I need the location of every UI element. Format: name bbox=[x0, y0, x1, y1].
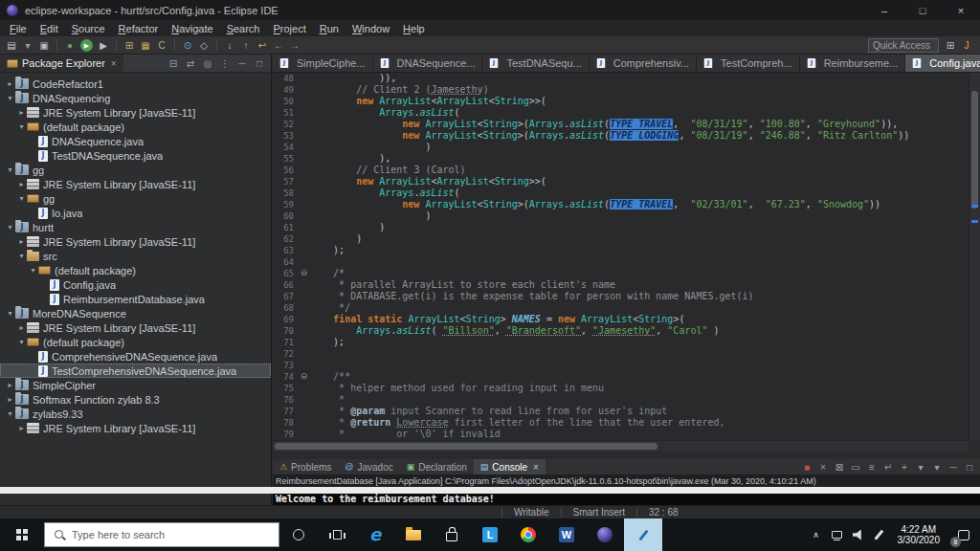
new-wizard-icon[interactable]: ▤ bbox=[4, 38, 19, 53]
tree-item[interactable]: ▸CodeRefactor1 bbox=[0, 77, 271, 91]
collapse-arrow-icon[interactable]: ▾ bbox=[28, 266, 38, 275]
tree-item[interactable]: Io.java bbox=[0, 206, 271, 220]
tree-item[interactable]: ▸Softmax Function zylab 8.3 bbox=[0, 392, 271, 407]
tree-item[interactable]: ▸JRE System Library [JavaSE-11] bbox=[0, 421, 271, 435]
edge-button[interactable]: e bbox=[356, 518, 394, 551]
network-button[interactable] bbox=[827, 531, 848, 539]
previous-annotation-icon[interactable]: ↑ bbox=[238, 38, 254, 53]
next-annotation-icon[interactable]: ↓ bbox=[222, 38, 237, 53]
debug-icon[interactable]: ● bbox=[62, 38, 78, 53]
terminate-icon[interactable]: ■ bbox=[799, 460, 814, 474]
tree-item[interactable]: ReimbursementDatabase.java bbox=[0, 292, 271, 306]
tab-javadoc[interactable]: @Javadoc bbox=[338, 459, 399, 474]
taskbar-clock[interactable]: 4:22 AM 3/30/2020 bbox=[890, 524, 948, 545]
expand-arrow-icon[interactable]: ▸ bbox=[16, 180, 27, 188]
menu-window[interactable]: Window bbox=[345, 23, 396, 34]
editor-tab-testcompreh-[interactable]: TestCompreh... bbox=[697, 55, 800, 72]
maximize-panel-icon[interactable]: □ bbox=[962, 460, 977, 474]
file-explorer-button[interactable] bbox=[394, 518, 433, 551]
link-with-editor-icon[interactable]: ⇄ bbox=[183, 56, 198, 71]
expand-arrow-icon[interactable]: ▸ bbox=[5, 381, 15, 389]
tab-console[interactable]: ▤Console× bbox=[474, 459, 546, 474]
editor-tab-config-java[interactable]: Config.java× bbox=[905, 55, 980, 72]
tree-item[interactable]: ▾(default package) bbox=[0, 263, 271, 277]
expand-arrow-icon[interactable]: ▸ bbox=[16, 424, 27, 432]
editor-tab-testdnasequ-[interactable]: TestDNASequ... bbox=[482, 55, 589, 72]
search-icon[interactable]: ⊙ bbox=[180, 38, 195, 53]
tree-item[interactable]: ▾DNASequencing bbox=[0, 91, 271, 105]
tree-item[interactable]: ▸SimpleCipher bbox=[0, 378, 271, 392]
start-button[interactable] bbox=[0, 518, 44, 551]
tree-item[interactable]: ▸JRE System Library [JavaSE-11] bbox=[0, 234, 271, 249]
maximize-view-icon[interactable]: □ bbox=[252, 56, 267, 71]
tree-item[interactable]: ▾(default package) bbox=[0, 335, 271, 349]
java-perspective-icon[interactable]: J bbox=[959, 38, 974, 53]
display-console-icon[interactable]: ▾ bbox=[913, 460, 928, 474]
open-console-icon[interactable]: ▾ bbox=[929, 460, 945, 474]
fold-marker-icon[interactable]: ⊖ bbox=[298, 268, 310, 279]
expand-arrow-icon[interactable]: ▸ bbox=[5, 79, 15, 88]
tab-declaration[interactable]: ▣Declaration bbox=[400, 459, 474, 474]
expand-arrow-icon[interactable]: ▸ bbox=[5, 395, 15, 404]
clear-console-icon[interactable]: ▭ bbox=[848, 460, 863, 474]
console-output[interactable]: Welcome to the reimbursement database! bbox=[273, 494, 980, 505]
collapse-arrow-icon[interactable]: ▾ bbox=[16, 194, 27, 203]
scroll-lock-icon[interactable]: ≡ bbox=[864, 460, 880, 474]
editor-tab-comprehensiv-[interactable]: Comprehensiv... bbox=[590, 55, 697, 72]
menu-run[interactable]: Run bbox=[313, 23, 345, 34]
tab-problems[interactable]: ⚠Problems bbox=[273, 459, 338, 474]
menu-help[interactable]: Help bbox=[396, 23, 432, 34]
expand-arrow-icon[interactable]: ▸ bbox=[16, 237, 27, 246]
open-perspective-icon[interactable]: ⊞ bbox=[943, 38, 958, 53]
tree-item[interactable]: ▾gg bbox=[0, 191, 271, 206]
task-view-button[interactable] bbox=[318, 518, 356, 551]
tree-item[interactable]: ▾(default package) bbox=[0, 120, 271, 134]
menu-edit[interactable]: Edit bbox=[33, 23, 65, 34]
vscroll-thumb[interactable] bbox=[971, 91, 978, 209]
open-type-icon[interactable]: ◇ bbox=[196, 38, 212, 53]
chrome-button[interactable] bbox=[509, 518, 547, 551]
menu-navigate[interactable]: Navigate bbox=[165, 23, 219, 34]
editor-hscrollbar[interactable] bbox=[273, 440, 969, 452]
close-button[interactable]: × bbox=[942, 0, 980, 20]
editor-tab-dnasequence-[interactable]: DNASequence... bbox=[373, 55, 483, 72]
forward-icon[interactable]: → bbox=[287, 38, 302, 53]
expand-arrow-icon[interactable]: ▸ bbox=[16, 108, 27, 117]
action-center-button[interactable]: 8 bbox=[947, 518, 980, 551]
collapse-arrow-icon[interactable]: ▾ bbox=[5, 409, 15, 418]
menu-refactor[interactable]: Refactor bbox=[112, 23, 166, 34]
new-package-icon[interactable]: ▦ bbox=[138, 38, 153, 53]
app-l-button[interactable]: L bbox=[471, 518, 509, 551]
save-icon[interactable]: ▣ bbox=[36, 38, 52, 53]
remove-launch-icon[interactable]: × bbox=[815, 460, 831, 474]
remove-all-launches-icon[interactable]: ⊠ bbox=[832, 460, 847, 474]
word-wrap-icon[interactable]: ↵ bbox=[880, 460, 896, 474]
editor-tab-simpleciphe-[interactable]: SimpleCiphe... bbox=[273, 55, 373, 72]
tree-item[interactable]: ▸JRE System Library [JavaSE-11] bbox=[0, 105, 271, 120]
collapse-arrow-icon[interactable]: ▾ bbox=[5, 309, 15, 318]
collapse-arrow-icon[interactable]: ▾ bbox=[5, 165, 15, 174]
quick-access-input[interactable] bbox=[868, 38, 939, 53]
eclipse-app-button[interactable] bbox=[586, 518, 624, 551]
new-java-project-icon[interactable]: ⊞ bbox=[122, 38, 137, 53]
collapse-arrow-icon[interactable]: ▾ bbox=[5, 223, 15, 231]
back-icon[interactable]: ← bbox=[271, 38, 286, 53]
menu-source[interactable]: Source bbox=[65, 23, 112, 34]
minimize-button[interactable]: – bbox=[865, 0, 903, 20]
tree-item[interactable]: TestComprehensiveDNASequence.java bbox=[0, 364, 271, 378]
focus-icon[interactable]: ◎ bbox=[200, 56, 215, 71]
view-menu-icon[interactable]: ⋮ bbox=[217, 56, 233, 71]
tree-item[interactable]: ▾hurtt bbox=[0, 220, 271, 234]
tree-item[interactable]: ▾MoreDNASequence bbox=[0, 306, 271, 320]
tree-item[interactable]: ▸JRE System Library [JavaSE-11] bbox=[0, 320, 271, 335]
menu-search[interactable]: Search bbox=[220, 23, 267, 34]
hscroll-thumb[interactable] bbox=[275, 443, 657, 450]
tree-item[interactable]: ▾src bbox=[0, 249, 271, 263]
code-area[interactable]: 48 )),49 // Client 2 (Jamesethy)50 new A… bbox=[273, 73, 969, 440]
tree-item[interactable]: ▾gg bbox=[0, 163, 271, 177]
active-app-button[interactable] bbox=[624, 518, 662, 551]
collapse-arrow-icon[interactable]: ▾ bbox=[5, 94, 15, 102]
collapse-all-icon[interactable]: ⊟ bbox=[166, 56, 181, 71]
new-class-icon[interactable]: C bbox=[154, 38, 169, 53]
tree-item[interactable]: ▸JRE System Library [JavaSE-11] bbox=[0, 177, 271, 191]
